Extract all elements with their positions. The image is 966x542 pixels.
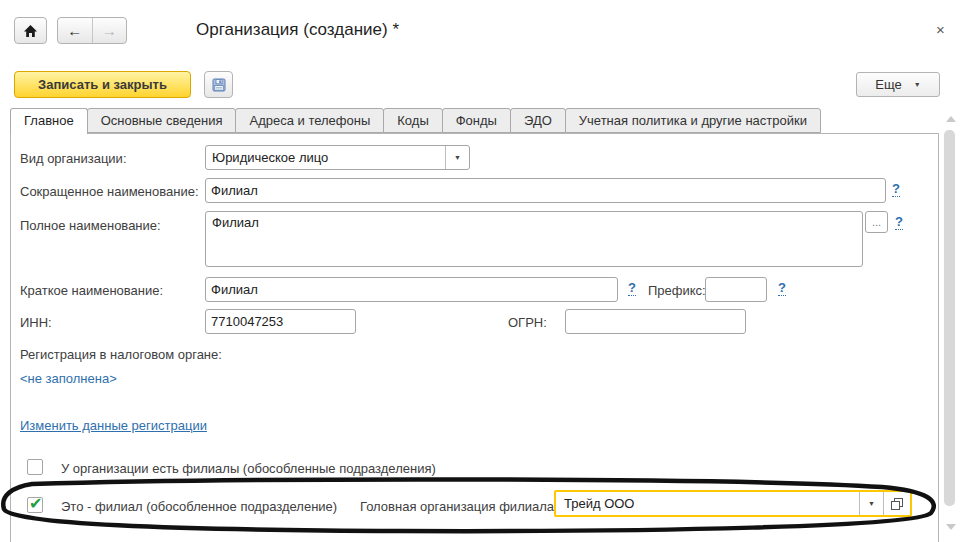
org-type-label: Вид организации:	[20, 151, 127, 166]
brief-name-label: Краткое наименование:	[20, 283, 163, 298]
tab-osnovnye-svedeniya[interactable]: Основные сведения	[87, 108, 237, 133]
org-type-select[interactable]: Юридическое лицо ▼	[205, 145, 470, 170]
short-name-help-icon[interactable]: ?	[892, 182, 900, 197]
head-org-open-button[interactable]	[883, 492, 910, 515]
ellipsis-icon: ...	[872, 218, 881, 226]
brief-name-input[interactable]	[205, 277, 618, 302]
organization-create-window: ← → Организация (создание) * × Записать …	[0, 0, 966, 542]
is-branch-label: Это - филиал (обособленное подразделение…	[61, 499, 337, 514]
org-type-dropdown-button[interactable]: ▼	[445, 146, 469, 169]
inn-input[interactable]	[205, 309, 356, 334]
org-type-value: Юридическое лицо	[206, 146, 445, 169]
registration-value-link[interactable]: <не заполнена>	[20, 371, 117, 386]
full-name-textarea[interactable]: Филиал	[205, 211, 863, 267]
scrollbar-thumb[interactable]	[944, 130, 955, 506]
has-branches-checkbox[interactable]	[27, 459, 43, 475]
tab-glavnoe[interactable]: Главное	[10, 108, 88, 134]
full-name-label: Полное наименование:	[20, 218, 161, 233]
tab-kody[interactable]: Коды	[383, 108, 442, 133]
prefix-help-icon[interactable]: ?	[778, 281, 786, 296]
short-name-input[interactable]	[205, 178, 886, 203]
open-in-window-icon	[891, 498, 903, 510]
page-title: Организация (создание) *	[196, 20, 399, 40]
check-icon: ✔	[29, 494, 42, 513]
prefix-input[interactable]	[705, 277, 767, 302]
forward-button[interactable]: →	[93, 18, 127, 43]
change-registration-link[interactable]: Изменить данные регистрации	[20, 418, 207, 433]
tab-bar: Главное Основные сведения Адреса и телеф…	[10, 108, 821, 133]
head-org-label: Головная организация филиала:	[360, 499, 558, 514]
more-label: Еще	[875, 77, 901, 92]
tab-adresa-i-telefony[interactable]: Адреса и телефоны	[235, 108, 384, 133]
home-icon	[23, 24, 38, 38]
chevron-down-icon: ▼	[914, 81, 921, 88]
ogrn-input[interactable]	[565, 309, 746, 334]
scroll-up-icon[interactable]	[946, 116, 956, 122]
prefix-label: Префикс:	[648, 283, 706, 298]
tab-edo[interactable]: ЭДО	[510, 108, 566, 133]
back-button[interactable]: ←	[58, 18, 93, 43]
scroll-down-icon[interactable]	[946, 524, 956, 530]
head-org-value: Трейд ООО	[556, 492, 859, 515]
close-icon[interactable]: ×	[936, 21, 945, 39]
save-icon	[211, 77, 227, 93]
nav-history-group: ← →	[57, 17, 127, 44]
brief-name-help-icon[interactable]: ?	[628, 281, 636, 296]
is-branch-checkbox[interactable]: ✔	[27, 497, 43, 513]
forward-icon: →	[102, 22, 117, 39]
full-name-choose-button[interactable]: ...	[865, 211, 888, 233]
ogrn-label: ОГРН:	[508, 315, 547, 330]
full-name-help-icon[interactable]: ?	[895, 215, 903, 230]
save-and-close-button[interactable]: Записать и закрыть	[14, 71, 191, 98]
chevron-down-icon: ▼	[868, 500, 875, 507]
inn-label: ИНН:	[20, 315, 52, 330]
chevron-down-icon: ▼	[454, 154, 461, 161]
more-button[interactable]: Еще ▼	[856, 72, 940, 97]
short-name-label: Сокращенное наименование:	[20, 184, 199, 199]
home-button[interactable]	[14, 17, 47, 44]
registration-label: Регистрация в налоговом органе:	[20, 347, 222, 362]
save-and-close-label: Записать и закрыть	[38, 77, 167, 92]
head-org-select[interactable]: Трейд ООО ▼	[554, 490, 912, 517]
tab-fondy[interactable]: Фонды	[442, 108, 511, 133]
save-button[interactable]	[204, 71, 233, 98]
has-branches-label: У организации есть филиалы (обособленные…	[61, 461, 436, 476]
head-org-dropdown-button[interactable]: ▼	[859, 492, 883, 515]
tab-uchetnaya-politika[interactable]: Учетная политика и другие настройки	[565, 108, 821, 133]
back-icon: ←	[67, 22, 82, 39]
